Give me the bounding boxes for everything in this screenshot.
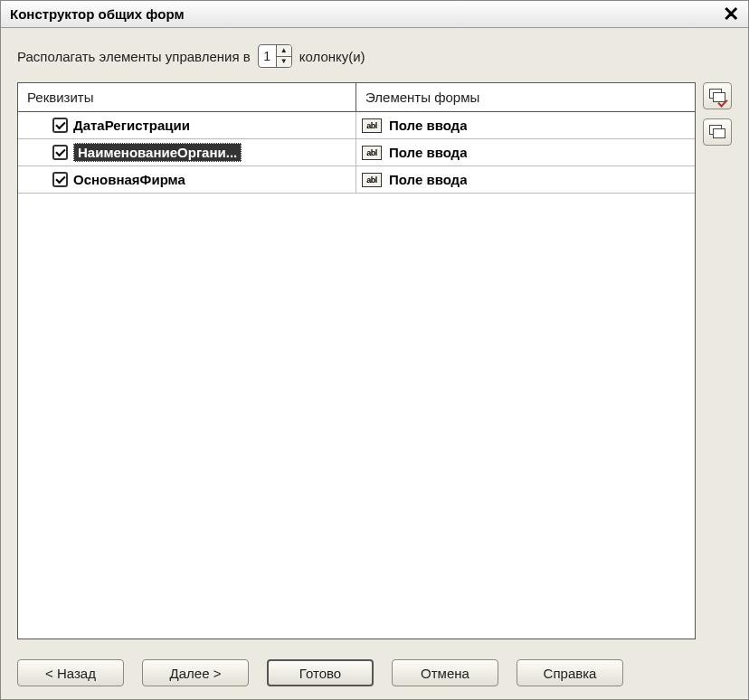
column-count-value: 1 [259, 45, 277, 67]
checkmark-icon [55, 146, 65, 156]
element-type: Поле ввода [389, 118, 467, 133]
cell-attribute: НаименованиеОргани... [18, 139, 356, 166]
table-row[interactable]: ДатаРегистрацииablПоле ввода [18, 112, 695, 139]
checkmark-icon [55, 173, 65, 183]
element-type: Поле ввода [389, 145, 467, 160]
button-bar: < Назад Далее > Готово Отмена Справка [1, 648, 748, 699]
checkbox[interactable] [52, 145, 68, 160]
input-field-icon: abl [362, 173, 382, 187]
spinner-down-icon[interactable]: ▼ [277, 57, 291, 68]
finish-button[interactable]: Готово [267, 659, 374, 686]
element-type: Поле ввода [389, 172, 467, 187]
dialog-window: Конструктор общих форм ✕ Располагать эле… [0, 0, 749, 700]
table-row[interactable]: ОсновнаяФирмаablПоле ввода [18, 166, 695, 194]
input-field-icon: abl [362, 118, 382, 133]
close-icon[interactable]: ✕ [719, 5, 743, 24]
attribute-name: ОсновнаяФирма [73, 172, 185, 187]
cell-element: ablПоле ввода [356, 139, 695, 166]
cell-element: ablПоле ввода [356, 112, 695, 138]
cell-attribute: ОсновнаяФирма [18, 166, 356, 193]
cell-element: ablПоле ввода [356, 166, 695, 193]
side-toolbar [703, 82, 732, 639]
content-area: Располагать элементы управления в 1 ▲ ▼ … [1, 28, 748, 648]
column-count-row: Располагать элементы управления в 1 ▲ ▼ … [17, 44, 732, 68]
column-count-label-before: Располагать элементы управления в [17, 49, 251, 64]
help-button[interactable]: Справка [517, 659, 623, 686]
titlebar: Конструктор общих форм ✕ [1, 1, 748, 28]
spinner-up-icon[interactable]: ▲ [277, 45, 291, 57]
attribute-name: НаименованиеОргани... [73, 143, 242, 162]
cancel-button[interactable]: Отмена [392, 659, 498, 686]
cell-attribute: ДатаРегистрации [18, 112, 356, 138]
table-body: ДатаРегистрацииablПоле вводаНаименование… [18, 112, 695, 639]
next-button[interactable]: Далее > [142, 659, 249, 686]
checkbox[interactable] [52, 172, 68, 187]
table-row[interactable]: НаименованиеОргани...ablПоле ввода [18, 139, 695, 166]
deselect-all-button[interactable] [703, 118, 732, 146]
col-header-attributes[interactable]: Реквизиты [18, 83, 356, 111]
checkmark-icon [55, 118, 65, 128]
column-count-spinner[interactable]: 1 ▲ ▼ [258, 44, 292, 68]
attributes-table: Реквизиты Элементы формы ДатаРегистрации… [17, 82, 696, 639]
table-header: Реквизиты Элементы формы [18, 83, 695, 112]
main-area: Реквизиты Элементы формы ДатаРегистрации… [17, 82, 732, 639]
back-button[interactable]: < Назад [17, 659, 124, 686]
stacked-rect-icon [713, 128, 725, 138]
column-count-label-after: колонку(и) [299, 49, 365, 64]
checkbox[interactable] [52, 118, 68, 133]
input-field-icon: abl [362, 146, 382, 160]
col-header-elements[interactable]: Элементы формы [356, 83, 695, 111]
window-title: Конструктор общих форм [10, 6, 185, 22]
select-all-button[interactable] [703, 82, 732, 109]
spinner-arrows: ▲ ▼ [277, 45, 291, 67]
attribute-name: ДатаРегистрации [73, 118, 190, 133]
